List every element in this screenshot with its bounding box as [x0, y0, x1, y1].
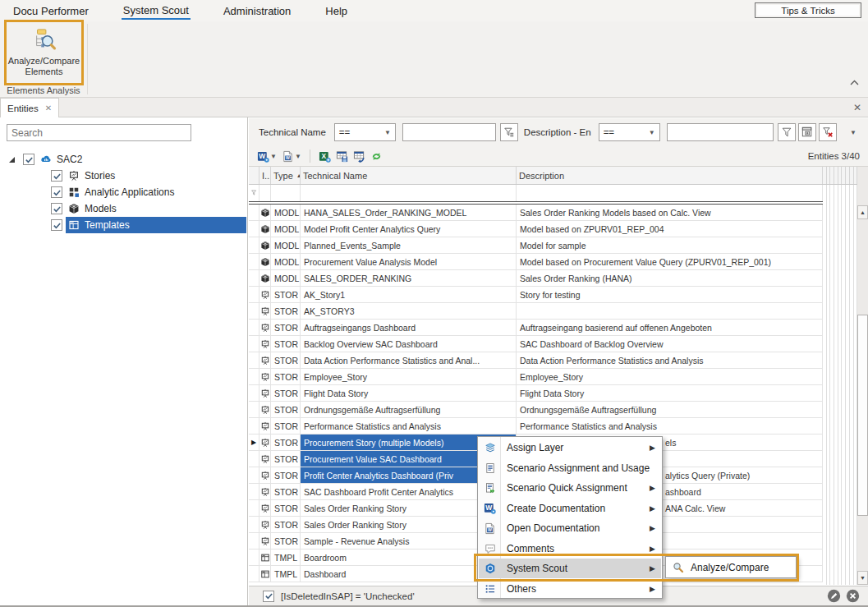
auto-filter-cell[interactable]	[259, 185, 271, 201]
description-cell[interactable]: Employee_Story	[517, 369, 823, 385]
type-cell[interactable]: STOR	[271, 385, 301, 402]
technical-name-cell[interactable]: Procurement Value Analysis Model	[301, 254, 517, 270]
technical-name-cell[interactable]: AK_Story1	[301, 287, 517, 303]
table-row[interactable]: STORAK_Story1Story for testing	[249, 287, 868, 303]
description-cell[interactable]: Ordnungsgemäße Auftragserfüllung	[517, 402, 823, 418]
technical-name-cell[interactable]: Auftragseingangs Dashboard	[301, 320, 517, 336]
type-cell[interactable]: STOR	[271, 451, 301, 467]
menu-help[interactable]: Help	[324, 2, 349, 19]
table-row[interactable]: MODLHANA_SALES_Order_RANKING_MODELSales …	[249, 205, 868, 221]
technical-name-cell[interactable]: Model Profit Center Analytics Query	[301, 221, 517, 237]
context-menu-item-scenario-assignment-and-usage[interactable]: Scenario Assignment and Usage	[479, 458, 661, 478]
table-row[interactable]: STORAuftragseingangs DashboardAuftragsei…	[249, 320, 868, 336]
table-row[interactable]: STORBacklog Overview SAC DashboardSAC Da…	[249, 336, 868, 352]
type-cell[interactable]: STOR	[271, 484, 301, 500]
description-cell[interactable]: Data Action Performance Statistics and A…	[517, 352, 823, 369]
context-menu-item-assign-layer[interactable]: Assign Layer▶	[479, 438, 661, 458]
filter-field1-operator[interactable]: ==▼	[334, 123, 396, 141]
word-report-button[interactable]: W▼	[256, 149, 278, 163]
technical-name-cell[interactable]: HANA_SALES_Order_RANKING_MODEL	[301, 205, 517, 221]
entity-icon-cell[interactable]	[259, 533, 271, 550]
type-cell[interactable]: STOR	[271, 336, 301, 352]
entity-icon-cell[interactable]	[259, 402, 271, 418]
table-row[interactable]: STOREmployee_StoryEmployee_Story	[249, 369, 868, 385]
tree-checkbox[interactable]	[51, 203, 62, 214]
description-cell[interactable]: Story for testing	[517, 287, 823, 303]
type-cell[interactable]: STOR	[271, 533, 301, 550]
scroll-down-button[interactable]: ▼	[857, 571, 868, 585]
type-cell[interactable]: TMPL	[271, 550, 301, 566]
entity-icon-cell[interactable]	[259, 320, 271, 336]
context-menu-item-open-documentation[interactable]: WOpen Documentation▶	[479, 518, 661, 538]
menu-system-scout[interactable]: System Scout	[122, 2, 191, 20]
type-cell[interactable]: MODL	[271, 205, 301, 221]
tree-node-analytic-applications[interactable]: Analytic Applications	[0, 184, 246, 200]
tree-checkbox[interactable]	[51, 186, 62, 198]
technical-name-cell[interactable]: Performance Statistics and Analysis	[301, 418, 517, 435]
description-cell[interactable]: Performance Statistics and Analysis	[517, 418, 823, 435]
type-cell[interactable]: MODL	[271, 237, 301, 254]
filter-bar-dropdown-icon[interactable]: ▼	[850, 129, 857, 136]
filter-enabled-checkbox[interactable]	[263, 591, 274, 602]
context-menu-item-create-documentation[interactable]: WCreate Documentation▶	[479, 499, 661, 518]
entity-icon-cell[interactable]	[259, 303, 271, 320]
entity-icon-cell[interactable]	[259, 550, 271, 566]
scrollbar-thumb[interactable]	[857, 315, 868, 516]
entity-icon-cell[interactable]	[259, 435, 271, 451]
excel-export-button[interactable]: X	[318, 149, 332, 163]
panel-close-icon[interactable]: ✕	[853, 102, 861, 113]
type-cell[interactable]: MODL	[271, 254, 301, 270]
save-grid-layout-button[interactable]	[335, 149, 349, 163]
type-cell[interactable]: STOR	[271, 517, 301, 533]
technical-name-cell[interactable]: SALES_ORDER_RANKING	[301, 270, 517, 287]
table-row[interactable]: STORFlight Data StoryFlight Data Story	[249, 385, 868, 402]
technical-name-cell[interactable]: AK_STORY3	[301, 303, 517, 320]
entity-icon-cell[interactable]	[259, 385, 271, 402]
column-header-description[interactable]: Description	[517, 167, 823, 184]
type-cell[interactable]: MODL	[271, 221, 301, 237]
description-cell[interactable]: Auftragseingang basierend auf offenen An…	[517, 320, 823, 336]
column-header-i-[interactable]: I...	[259, 167, 271, 184]
filter-field2-operator[interactable]: ==▼	[599, 123, 660, 141]
grid-auto-filter-row[interactable]	[249, 185, 868, 201]
technical-name-cell[interactable]: Employee_Story	[301, 369, 517, 385]
context-menu-item-others[interactable]: Others▶	[479, 579, 661, 599]
type-cell[interactable]: STOR	[271, 467, 301, 484]
scroll-up-button[interactable]: ▲	[857, 205, 868, 219]
type-cell[interactable]: STOR	[271, 500, 301, 517]
description-cell[interactable]: SAC Dashboard of Backlog Overview	[517, 336, 823, 352]
entity-icon-cell[interactable]	[259, 566, 271, 582]
table-row[interactable]: STORData Action Performance Statistics a…	[249, 352, 868, 369]
table-row[interactable]: STORPerformance Statistics and AnalysisP…	[249, 418, 868, 435]
entity-icon-cell[interactable]	[259, 336, 271, 352]
filter-field2-input[interactable]	[667, 123, 774, 141]
type-cell[interactable]: TMPL	[271, 566, 301, 582]
tree-node-root[interactable]: SAC2	[0, 151, 246, 168]
table-row[interactable]: MODLSALES_ORDER_RANKINGSales Order Ranki…	[249, 270, 868, 287]
entity-icon-cell[interactable]	[259, 270, 271, 287]
table-row[interactable]: MODLProcurement Value Analysis ModelMode…	[249, 254, 868, 270]
refresh-button[interactable]	[370, 149, 383, 163]
description-cell[interactable]: Sales Order Ranking (HANA)	[517, 270, 823, 287]
entity-icon-cell[interactable]	[259, 517, 271, 533]
filter-editor-button[interactable]	[798, 123, 816, 141]
description-cell[interactable]	[517, 303, 823, 320]
tips-and-tricks-button[interactable]: Tips & Tricks	[755, 2, 861, 18]
entity-icon-cell[interactable]	[259, 287, 271, 303]
type-cell[interactable]: STOR	[271, 287, 301, 303]
table-row[interactable]: MODLPlanned_Events_SampleModel for sampl…	[249, 237, 868, 254]
tree-checkbox[interactable]	[23, 154, 34, 165]
description-cell[interactable]: Model based on ZPURV01_REP_004	[517, 221, 823, 237]
auto-filter-cell[interactable]	[517, 185, 823, 201]
search-input[interactable]	[7, 124, 191, 141]
entity-icon-cell[interactable]	[259, 467, 271, 484]
entity-icon-cell[interactable]	[259, 484, 271, 500]
table-row[interactable]: STORAK_STORY3	[249, 303, 868, 320]
type-cell[interactable]: STOR	[271, 352, 301, 369]
description-cell[interactable]: Model based on Procurement Value Query (…	[517, 254, 823, 270]
tab-close-icon[interactable]: ✕	[45, 103, 52, 113]
entity-icon-cell[interactable]	[259, 352, 271, 369]
apply-filter-button[interactable]	[778, 123, 796, 141]
edit-filter-icon[interactable]	[827, 589, 841, 603]
vertical-scrollbar[interactable]: ▲ ▼	[857, 167, 868, 585]
